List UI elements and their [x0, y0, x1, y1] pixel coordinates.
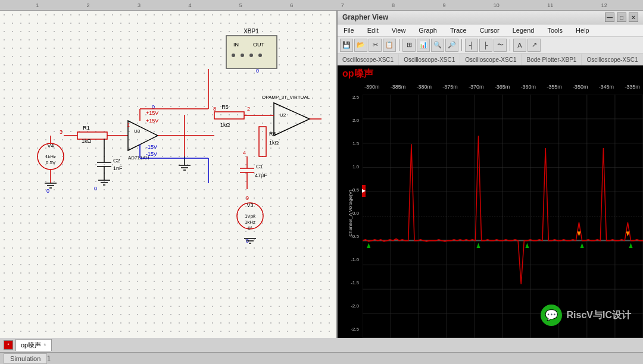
svg-text:0.5V: 0.5V — [46, 160, 56, 165]
svg-text:3: 3 — [60, 129, 63, 135]
tab-icon: * — [4, 340, 13, 350]
watermark: 💬 RiscV与IC设计 — [541, 305, 631, 326]
x-label: -385m — [391, 84, 406, 90]
menu-legend[interactable]: Legend — [509, 26, 538, 35]
menu-tools[interactable]: Tools — [544, 26, 566, 35]
ruler-mark: 11 — [547, 2, 553, 8]
toolbar-cursor2[interactable]: ├ — [479, 39, 492, 52]
svg-point-42 — [249, 54, 253, 57]
ruler-mark: 9 — [442, 2, 445, 8]
y-val: 2.0 — [352, 118, 359, 123]
svg-text:U2: U2 — [280, 112, 286, 118]
toolbar-copy[interactable]: 📋 — [383, 39, 396, 52]
menu-help[interactable]: Help — [572, 26, 593, 35]
toolbar-chart[interactable]: 📊 — [417, 39, 430, 52]
maximize-button[interactable]: □ — [617, 12, 626, 22]
svg-point-43 — [258, 54, 262, 57]
grapher-titlebar: Grapher View — □ × — [338, 11, 643, 24]
svg-text:XBP1: XBP1 — [244, 28, 259, 34]
ruler-mark: 12 — [601, 2, 607, 8]
y-val: 1.0 — [352, 164, 359, 170]
active-tab-header: op噪声 — [338, 65, 643, 83]
y-val: -1.5 — [351, 280, 359, 285]
svg-marker-115 — [580, 243, 584, 248]
svg-text:1kHz: 1kHz — [245, 219, 255, 225]
svg-rect-50 — [259, 127, 266, 156]
y-val: 2.5 — [352, 95, 359, 100]
menu-file[interactable]: File — [340, 26, 358, 35]
menu-view[interactable]: View — [388, 26, 410, 35]
toolbar-open[interactable]: 📂 — [354, 39, 367, 52]
svg-text:C1: C1 — [256, 164, 263, 170]
svg-marker-117 — [577, 231, 580, 236]
svg-text:47μF: 47μF — [255, 172, 267, 178]
ruler-mark: 6 — [290, 2, 293, 8]
svg-text:U3: U3 — [134, 128, 141, 134]
app: 1 2 3 4 5 6 7 8 9 10 11 12 V4 1kHz 0.5V — [0, 0, 643, 364]
tab-osc-3[interactable]: Oscilloscope-XSC1 — [460, 54, 522, 65]
grapher-panel: Grapher View — □ × File Edit View Graph … — [336, 11, 643, 338]
menu-trace[interactable]: Trace — [447, 26, 470, 35]
svg-text:IN: IN — [233, 42, 239, 48]
svg-marker-112 — [367, 243, 370, 248]
svg-text:-15V: -15V — [146, 151, 157, 157]
svg-text:1kΩ: 1kΩ — [269, 140, 279, 146]
toolbar-sep-1 — [399, 39, 399, 51]
ruler-mark: 2 — [87, 2, 90, 8]
wechat-icon: 💬 — [541, 305, 562, 326]
y-val: 0.5 — [352, 187, 359, 193]
menu-edit[interactable]: Edit — [364, 26, 382, 35]
y-val: -2.5 — [351, 327, 359, 332]
svg-text:+15V: +15V — [146, 118, 158, 124]
y-value-labels: 2.5 2.0 1.5 1.0 0.5 0.0 -0.5 -1.0 -1.5 -… — [339, 95, 361, 332]
svg-text:R5: R5 — [221, 104, 229, 110]
svg-text:9: 9 — [246, 195, 249, 201]
minimize-button[interactable]: — — [605, 12, 614, 22]
grapher-menubar: File Edit View Graph Trace Cursor Legend… — [338, 24, 643, 37]
x-label: -365m — [495, 84, 510, 90]
graph-area: -390m -385m -380m -375m -370m -365m -360… — [338, 83, 643, 338]
graph-svg — [363, 95, 643, 338]
tab-osc-4[interactable]: Oscilloscope-XSC1 — [582, 54, 643, 65]
svg-text:V4: V4 — [47, 143, 54, 149]
main-area: V4 1kHz 0.5V 0 R1 1kΩ 3 — [0, 11, 643, 338]
left-indicator: ▶ — [362, 185, 366, 197]
x-label: -380m — [416, 84, 432, 90]
svg-text:1kΩ: 1kΩ — [220, 122, 230, 128]
toolbar-wave[interactable]: 〜 — [494, 39, 507, 52]
op-noise-tab[interactable]: op噪声 * — [15, 339, 52, 351]
toolbar-export[interactable]: ↗ — [527, 39, 541, 52]
svg-text:2: 2 — [247, 106, 250, 112]
titlebar-controls: — □ × — [605, 12, 638, 22]
tab-bode-1[interactable]: Bode Plotter-XBP1 — [522, 54, 582, 65]
svg-text:+15V: +15V — [146, 110, 158, 116]
close-button[interactable]: × — [629, 12, 638, 22]
svg-text:1kΩ: 1kΩ — [82, 138, 92, 144]
menu-cursor[interactable]: Cursor — [476, 26, 503, 35]
toolbar-sep-2 — [461, 39, 462, 51]
menu-graph[interactable]: Graph — [415, 26, 441, 35]
toolbar-save[interactable]: 💾 — [340, 39, 353, 52]
toolbar-zoom-in[interactable]: 🔍 — [431, 39, 444, 52]
toolbar-text[interactable]: A — [513, 39, 526, 52]
svg-point-40 — [232, 54, 235, 57]
y-val: 1.5 — [352, 141, 359, 146]
svg-marker-114 — [525, 243, 529, 248]
simulation-button[interactable]: Simulation — [4, 353, 47, 364]
tab-osc-2[interactable]: Oscilloscope-XSC1 — [399, 54, 460, 65]
tab-osc-1[interactable]: Oscilloscope-XSC1 — [338, 54, 399, 65]
svg-marker-116 — [629, 243, 632, 248]
svg-text:0°: 0° — [248, 225, 252, 231]
grapher-toolbar: 💾 📂 ✂ 📋 ⊞ 📊 🔍 🔎 ┤ ├ 〜 A ↗ — [338, 37, 643, 54]
y-val: -0.5 — [351, 234, 359, 239]
toolbar-grid[interactable]: ⊞ — [402, 39, 416, 52]
svg-marker-53 — [274, 103, 310, 136]
toolbar-cursor1[interactable]: ┤ — [465, 39, 478, 52]
toolbar-zoom-out[interactable]: 🔎 — [445, 39, 458, 52]
x-label: -390m — [364, 84, 380, 90]
ruler-mark: 8 — [392, 2, 395, 8]
x-label: -375m — [442, 84, 458, 90]
toolbar-cut[interactable]: ✂ — [369, 39, 382, 52]
svg-point-41 — [241, 54, 244, 57]
svg-text:R1: R1 — [83, 125, 90, 131]
